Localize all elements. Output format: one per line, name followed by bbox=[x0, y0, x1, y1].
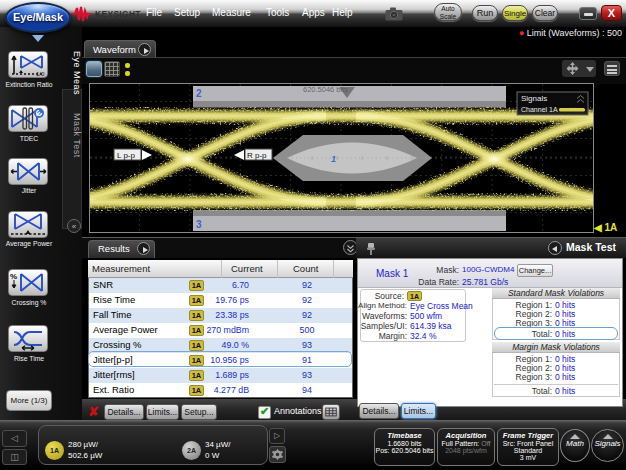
svg-text:3: 3 bbox=[196, 219, 202, 230]
svg-text:1/0: 1/0 bbox=[36, 71, 45, 77]
svg-text:Channel 1A: Channel 1A bbox=[521, 106, 558, 113]
svg-text:Signals: Signals bbox=[521, 94, 547, 103]
svg-text:%: % bbox=[10, 272, 17, 281]
svg-text:L p-p: L p-p bbox=[117, 151, 135, 160]
svg-text:R p-p: R p-p bbox=[247, 151, 267, 160]
svg-text:620.5046 bits: 620.5046 bits bbox=[303, 85, 348, 94]
svg-text:1: 1 bbox=[331, 154, 336, 164]
svg-text:2: 2 bbox=[196, 88, 202, 99]
